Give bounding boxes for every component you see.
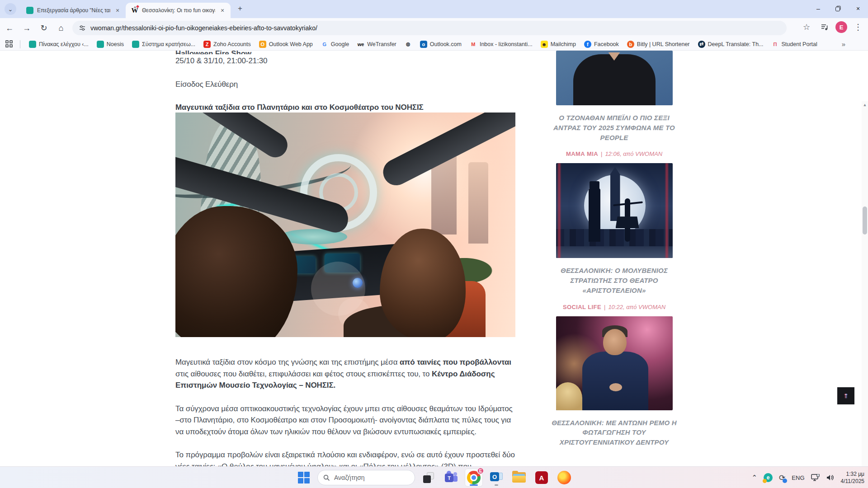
- bookmark-label: Inbox - lizikonstanti...: [480, 41, 533, 47]
- profile-badge: E: [477, 467, 484, 474]
- language-indicator[interactable]: ENG: [792, 474, 804, 481]
- sidebar-article-meta: ΜΑΜΑ ΜΙΑ|12:06, από VWOMAN: [543, 150, 685, 157]
- event-schedule: 25/10 & 31/10, 21:00-21:30: [175, 55, 515, 67]
- file-explorer-icon: [512, 472, 526, 483]
- sidebar-image-jonathan-bailey[interactable]: [556, 51, 673, 105]
- tab-close-icon[interactable]: ×: [114, 7, 121, 14]
- file-explorer-button[interactable]: [510, 469, 528, 487]
- search-placeholder: Αναζήτηση: [334, 474, 365, 481]
- site-settings-icon[interactable]: [79, 24, 86, 32]
- address-bar[interactable]: vwoman.gr/thessaloniki-oi-pio-fun-oikoge…: [72, 21, 787, 35]
- paragraph: Μαγευτικά ταξίδια στον κόσμο της γνώσης …: [175, 357, 515, 391]
- sidebar-article-meta: SOCIAL LIFE|10:22, από VWOMAN: [543, 304, 685, 310]
- chrome-button[interactable]: E: [465, 469, 483, 487]
- google-icon: G: [321, 41, 328, 48]
- home-icon[interactable]: ⌂: [53, 20, 69, 36]
- bookmark-item[interactable]: ◍: [401, 39, 416, 50]
- bookmarks-separator: [20, 40, 20, 48]
- owa-icon: O: [259, 41, 266, 48]
- forward-icon[interactable]: →: [19, 20, 34, 36]
- article-body-lower: Μαγευτικά ταξίδια στον κόσμο της γνώσης …: [175, 345, 515, 466]
- bookmark-item[interactable]: Π Student Portal: [768, 39, 821, 50]
- reload-icon[interactable]: ↻: [36, 20, 52, 36]
- bookmark-item[interactable]: G Google: [317, 39, 353, 50]
- start-button[interactable]: [295, 469, 313, 487]
- sidebar-article-title[interactable]: ΘΕΣΣΑΛΟΝΙΚΗ: ΜΕ ΑΝΤΩΝΗ ΡΕΜΟ Η ΦΩΤΑΓΩΓΗΣΗ…: [543, 418, 685, 447]
- bookmark-item[interactable]: b Bitly | URL Shortener: [623, 39, 694, 50]
- category-link[interactable]: ΜΑΜΑ ΜΙΑ: [566, 150, 598, 157]
- search-icon: [323, 474, 330, 481]
- bookmark-item[interactable]: o Outlook.com: [416, 39, 466, 50]
- sync-icon[interactable]: ⟳: [779, 473, 785, 483]
- cms-favicon: [26, 7, 33, 14]
- zoho-icon: Z: [203, 41, 211, 48]
- gmail-icon: M: [470, 41, 477, 48]
- bookmark-item[interactable]: f Facebook: [580, 39, 623, 50]
- bookmarks-bar: Πίνακας ελέγχου ‹... Noesis Σύστημα κρατ…: [0, 38, 868, 51]
- sidebar-article-title[interactable]: ΘΕΣΣΑΛΟΝΙΚΗ: Ο ΜΟΛΥΒΕΝΙΟΣ ΣΤΡΑΤΙΩΤΗΣ ΣΤΟ…: [543, 266, 685, 295]
- meta-time: 12:06, από VWOMAN: [605, 150, 662, 157]
- paragraph: Το πρόγραμμα προβολών είναι εξαιρετικά π…: [175, 449, 515, 466]
- eset-icon[interactable]: e: [764, 473, 773, 482]
- tab-search-icon[interactable]: ⌄: [5, 3, 16, 15]
- bookmarks-overflow-icon[interactable]: »: [842, 40, 845, 48]
- scroll-up-icon[interactable]: ▲: [862, 101, 868, 108]
- profile-avatar[interactable]: E: [835, 21, 847, 33]
- bookmark-item[interactable]: we WeTransfer: [353, 39, 401, 50]
- bookmark-label: Πίνακας ελέγχου ‹...: [39, 41, 89, 47]
- bookmark-label: Noesis: [107, 41, 124, 47]
- bookmark-item[interactable]: M Inbox - lizikonstanti...: [466, 39, 537, 50]
- tab-title: Θεσσαλονίκη: Οι πιο fun οικογε: [142, 7, 215, 14]
- bookmark-item[interactable]: ⇄ DeepL Translate: Th...: [694, 39, 768, 50]
- sidebar-image-remos[interactable]: [556, 316, 673, 410]
- wetransfer-icon: we: [357, 41, 364, 48]
- windows-logo-icon: [298, 472, 310, 483]
- browser-tab-strip: ⌄ Επεξεργασία άρθρου "Νέες ται × Ŵ Θεσσα…: [0, 0, 868, 18]
- article-subheading: Μαγευτικά ταξίδια στο Πλανητάριο και στο…: [175, 102, 515, 113]
- bookmark-star-icon[interactable]: ☆: [799, 20, 814, 34]
- bookmark-item[interactable]: Σύστημα κρατήσεω...: [128, 39, 199, 50]
- bookmark-label: Google: [331, 41, 349, 47]
- volume-icon[interactable]: [826, 474, 835, 481]
- bookmark-item[interactable]: Πίνακας ελέγχου ‹...: [25, 39, 93, 50]
- category-link[interactable]: SOCIAL LIFE: [563, 304, 601, 310]
- close-button[interactable]: ×: [848, 0, 868, 17]
- browser-menu-icon[interactable]: ⋮: [851, 20, 865, 34]
- taskbar-clock[interactable]: 1:32 μμ 4/11/2025: [841, 470, 865, 485]
- url-text[interactable]: vwoman.gr/thessaloniki-oi-pio-fun-oikoge…: [90, 24, 317, 32]
- bookmark-item[interactable]: Noesis: [93, 39, 128, 50]
- outlook-button[interactable]: O: [487, 469, 505, 487]
- network-icon[interactable]: [811, 474, 820, 482]
- sidebar-article-title[interactable]: Ο ΤΖΟΝΑΘΑΝ ΜΠΕΪΛΙ Ο ΠΙΟ ΣΕΞΙ ΑΝΤΡΑΣ ΤΟΥ …: [543, 113, 685, 142]
- teams-icon: T: [445, 472, 458, 483]
- bookmark-item[interactable]: O Outlook Web App: [255, 39, 317, 50]
- restore-button[interactable]: [828, 0, 848, 17]
- tab-article-editor[interactable]: Επεξεργασία άρθρου "Νέες ται ×: [21, 3, 126, 18]
- vertical-scrollbar[interactable]: ▲ ▼: [862, 101, 868, 466]
- task-view-button[interactable]: [420, 469, 438, 487]
- minimize-button[interactable]: –: [808, 0, 828, 17]
- firefox-button[interactable]: [555, 469, 573, 487]
- acrobat-button[interactable]: A: [533, 469, 551, 487]
- meta-separator: |: [601, 150, 602, 157]
- new-tab-button[interactable]: +: [234, 3, 246, 14]
- tab-vwoman-article[interactable]: Ŵ Θεσσαλονίκη: Οι πιο fun οικογε ×: [126, 3, 231, 18]
- reading-list-icon[interactable]: [817, 20, 832, 34]
- tab-close-icon[interactable]: ×: [219, 7, 226, 14]
- bookmark-label: Facebook: [594, 41, 619, 47]
- taskbar-search[interactable]: Αναζήτηση: [317, 470, 415, 485]
- site-favicon: [29, 41, 36, 48]
- tower-right: [468, 162, 488, 244]
- bookmark-item[interactable]: Z Zoho Accounts: [199, 39, 255, 50]
- scroll-to-top-button[interactable]: ↑: [837, 387, 854, 404]
- window-controls: – ×: [808, 0, 868, 17]
- scrollbar-thumb[interactable]: [863, 206, 867, 235]
- sidebar-image-tin-soldier[interactable]: [556, 163, 673, 258]
- teams-button[interactable]: T: [442, 469, 460, 487]
- bookmark-item[interactable]: ☻ Mailchimp: [537, 39, 580, 50]
- firefox-icon: [557, 471, 571, 484]
- tray-chevron-icon[interactable]: ⌃: [752, 474, 758, 482]
- apps-grid-icon[interactable]: [5, 40, 14, 48]
- toolbar-right-cluster: ☆ E ⋮: [799, 20, 865, 34]
- back-icon[interactable]: ←: [2, 20, 17, 36]
